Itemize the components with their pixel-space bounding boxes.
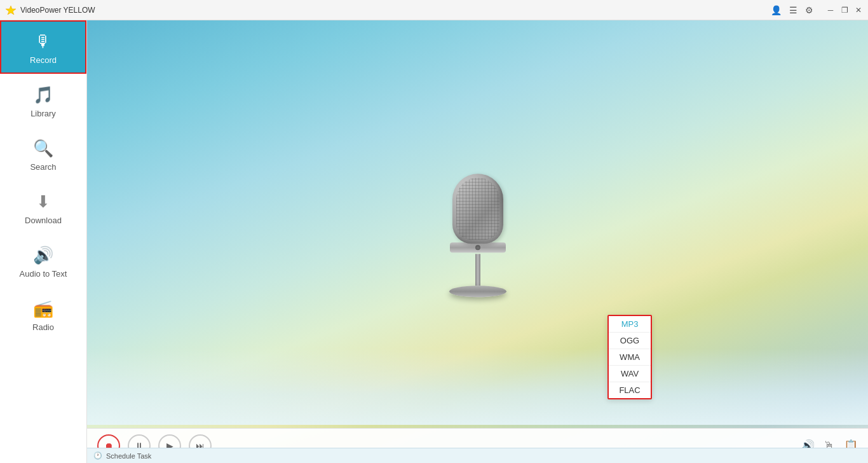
mic-base: [449, 286, 506, 297]
maximize-button[interactable]: ❐: [840, 6, 849, 15]
sidebar-item-radio[interactable]: 📻 Radio: [0, 287, 86, 341]
status-bar: 🕐 Schedule Task: [87, 448, 868, 463]
list-icon[interactable]: ☰: [789, 5, 797, 15]
close-button[interactable]: ✕: [854, 6, 863, 15]
app-icon: [5, 4, 17, 16]
title-bar: VideoPower YELLOW 👤 ☰ ⚙ ─ ❐ ✕: [0, 0, 868, 20]
mic-neck: [475, 254, 480, 286]
format-wma[interactable]: WMA: [609, 349, 651, 366]
microphone-icon: 🎙: [35, 32, 51, 52]
schedule-task-label[interactable]: Schedule Task: [106, 452, 151, 460]
user-icon[interactable]: 👤: [771, 5, 782, 15]
sidebar: 🎙 Record 🎵 Library 🔍 Search ⬇ Download 🔊…: [0, 20, 87, 463]
search-icon: 🔍: [33, 139, 53, 158]
format-mp3[interactable]: MP3: [609, 316, 651, 333]
gear-icon[interactable]: ⚙: [805, 5, 813, 15]
clouds-layer: [87, 349, 868, 425]
format-dropdown: MP3 OGG WMA WAV FLAC: [607, 315, 652, 399]
content-area: MP3 OGG WMA WAV FLAC ⏺ ⏸ ▶ ⏭ 🔊 🖱 📋: [87, 20, 868, 463]
download-icon: ⬇: [36, 192, 50, 212]
mic-head: [452, 174, 503, 244]
sidebar-label-radio: Radio: [32, 322, 54, 332]
library-icon: 🎵: [33, 85, 53, 105]
clock-icon: 🕐: [93, 452, 102, 460]
microphone-illustration: [449, 174, 506, 297]
audio-to-text-icon: 🔊: [33, 245, 53, 265]
title-bar-left: VideoPower YELLOW: [5, 4, 95, 16]
sidebar-label-download: Download: [25, 216, 62, 225]
format-flac[interactable]: FLAC: [609, 382, 651, 398]
sidebar-label-search: Search: [30, 162, 56, 172]
sidebar-item-search[interactable]: 🔍 Search: [0, 127, 86, 181]
title-bar-right: 👤 ☰ ⚙ ─ ❐ ✕: [771, 5, 863, 15]
app-title: VideoPower YELLOW: [20, 6, 95, 15]
sidebar-item-record[interactable]: 🎙 Record: [0, 20, 86, 74]
minimize-button[interactable]: ─: [826, 6, 835, 15]
sidebar-label-audio-to-text: Audio to Text: [20, 269, 67, 279]
svg-marker-0: [6, 6, 16, 15]
sidebar-label-record: Record: [30, 55, 57, 65]
format-ogg[interactable]: OGG: [609, 333, 651, 349]
mic-band: [450, 242, 506, 252]
main-layout: 🎙 Record 🎵 Library 🔍 Search ⬇ Download 🔊…: [0, 20, 868, 463]
sidebar-item-audio-to-text[interactable]: 🔊 Audio to Text: [0, 234, 86, 287]
window-controls: ─ ❐ ✕: [826, 6, 863, 15]
mic-band-dot: [475, 245, 480, 250]
sidebar-label-library: Library: [31, 109, 56, 118]
sidebar-item-download[interactable]: ⬇ Download: [0, 181, 86, 234]
sidebar-item-library[interactable]: 🎵 Library: [0, 74, 86, 127]
format-wav[interactable]: WAV: [609, 366, 651, 382]
radio-icon: 📻: [33, 299, 53, 319]
